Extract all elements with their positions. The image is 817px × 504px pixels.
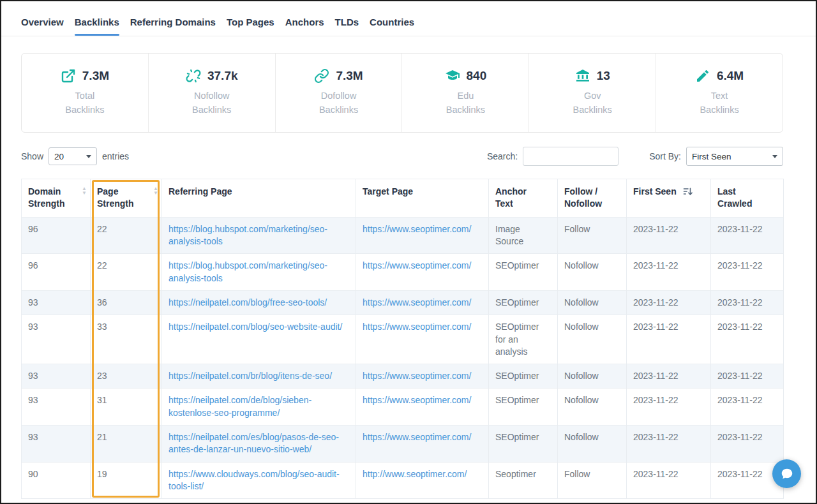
sort-desc-icon [683,187,693,199]
cell-page-strength: 22 [91,217,162,254]
cell-target-page: https://www.seoptimer.com/ [356,217,489,254]
chevron-down-icon [772,155,777,158]
column-header-target-page[interactable]: Target Page [356,179,489,218]
cell-domain-strength: 93 [22,426,91,463]
chevron-down-icon [86,155,91,158]
cell-domain-strength: 93 [22,290,91,315]
stat-value: 13 [597,69,610,83]
entries-label: entries [102,151,129,161]
cell-page-strength: 19 [91,462,162,499]
column-label: First Seen [633,186,677,196]
backlinks-table-body: 9622https://blog.hubspot.com/marketing/s… [22,217,784,499]
cell-referring-page: https://neilpatel.com/es/blog/pasos-de-s… [162,426,356,463]
stat-value: 7.3M [82,69,109,83]
referring-page-link[interactable]: https://neilpatel.com/es/blog/pasos-de-s… [169,432,339,454]
column-header-anchor-text[interactable]: Anchor Text [489,179,558,218]
target-page-link[interactable]: http://www.seoptimer.com/ [363,469,467,479]
tab-tlds[interactable]: TLDs [335,17,359,36]
cell-follow-nofollow: Nofollow [558,389,627,426]
tab-backlinks[interactable]: Backlinks [75,17,119,36]
stat-text-backlinks: 6.4M Text Backlinks [656,54,783,132]
stat-nofollow-backlinks: 37.7k Nofollow Backlinks [149,54,276,132]
referring-page-link[interactable]: https://blog.hubspot.com/marketing/seo-a… [169,260,327,283]
cell-first-seen: 2023-11-22 [627,315,711,364]
stat-label: Edu Backlinks [437,89,493,117]
tab-anchors[interactable]: Anchors [285,17,324,36]
table-row: 9331https://neilpatel.com/de/blog/sieben… [22,389,784,426]
tab-referring-domains[interactable]: Referring Domains [130,17,216,36]
target-page-link[interactable]: https://www.seoptimer.com/ [363,322,471,332]
referring-page-link[interactable]: https://www.cloudways.com/blog/seo-audit… [169,469,340,491]
cell-anchor-text: Image Source [489,217,558,254]
sort-by-select[interactable]: First Seen [686,147,783,166]
target-page-link[interactable]: https://www.seoptimer.com/ [363,224,471,234]
column-label: Page Strength [97,186,134,209]
cell-target-page: https://www.seoptimer.com/ [356,364,489,389]
table-row: 9622https://blog.hubspot.com/marketing/s… [22,217,784,254]
cell-first-seen: 2023-11-22 [627,364,711,389]
search-sort-controls: Search: Sort By: First Seen [487,147,783,166]
cell-referring-page: https://blog.hubspot.com/marketing/seo-a… [162,217,356,254]
target-page-link[interactable]: https://www.seoptimer.com/ [363,432,471,442]
stat-value: 37.7k [207,69,238,83]
cell-domain-strength: 96 [22,217,91,254]
cell-last-crawled: 2023-11-22 [711,254,784,291]
column-header-follow-nofollow[interactable]: Follow / Nofollow [558,179,627,218]
cell-first-seen: 2023-11-22 [627,426,711,463]
sort-arrows-icon: ▲▼ [153,187,158,196]
target-page-link[interactable]: https://www.seoptimer.com/ [363,297,471,308]
column-header-domain-strength[interactable]: Domain Strength ▲▼ [22,179,91,218]
cell-last-crawled: 2023-11-22 [711,389,784,426]
target-page-link[interactable]: https://www.seoptimer.com/ [363,395,471,405]
table-row: 9019https://www.cloudways.com/blog/seo-a… [22,462,784,499]
column-label: Last Crawled [717,186,756,211]
referring-page-link[interactable]: https://blog.hubspot.com/marketing/seo-a… [169,224,327,246]
tab-countries[interactable]: Countries [370,17,414,36]
cell-anchor-text: SEOptimer [489,290,558,315]
cell-first-seen: 2023-11-22 [627,290,711,315]
stat-label: Total Backlinks [57,89,113,117]
target-page-link[interactable]: https://www.seoptimer.com/ [363,371,471,381]
table-row: 9333https://neilpatel.com/blog/seo-websi… [22,315,784,364]
entries-select[interactable]: 20 [49,147,97,165]
backlink-stats-card: 7.3M Total Backlinks 37.7k Nofollow Back… [21,53,783,133]
search-input[interactable] [523,147,618,166]
cell-first-seen: 2023-11-22 [627,389,711,426]
cell-last-crawled: 2023-11-22 [711,364,784,389]
column-header-last-crawled[interactable]: Last Crawled [711,179,784,218]
target-page-link[interactable]: https://www.seoptimer.com/ [363,260,471,271]
cell-target-page: https://www.seoptimer.com/ [356,290,489,315]
link-icon [314,68,329,84]
stat-total-backlinks: 7.3M Total Backlinks [22,54,149,132]
chat-bubble-icon [780,467,794,481]
column-label: Follow / Nofollow [564,186,602,209]
cell-follow-nofollow: Nofollow [558,315,627,364]
referring-page-link[interactable]: https://neilpatel.com/de/blog/sieben-kos… [169,395,311,417]
cell-anchor-text: SEOptimer [489,389,558,426]
cell-domain-strength: 93 [22,389,91,426]
cell-domain-strength: 93 [22,315,91,364]
stat-gov-backlinks: 13 Gov Backlinks [529,54,656,132]
cell-last-crawled: 2023-11-22 [711,426,784,463]
tab-top-pages[interactable]: Top Pages [227,17,274,36]
column-header-referring-page[interactable]: Referring Page [162,179,356,218]
referring-page-link[interactable]: https://neilpatel.com/br/blog/itens-de-s… [169,371,332,381]
stat-value: 6.4M [717,69,744,83]
table-row: 9336https://neilpatel.com/blog/free-seo-… [22,290,784,315]
cell-anchor-text: SEOptimer [489,254,558,291]
graduation-cap-icon [445,68,460,84]
referring-page-link[interactable]: https://neilpatel.com/blog/free-seo-tool… [169,297,327,308]
stat-value: 7.3M [336,69,363,83]
cell-anchor-text: SEOptimer [489,426,558,463]
referring-page-link[interactable]: https://neilpatel.com/blog/seo-website-a… [169,322,342,332]
broken-link-icon [186,68,201,84]
entries-select-value: 20 [54,152,64,161]
column-label: Target Page [363,186,413,196]
table-row: 9321https://neilpatel.com/es/blog/pasos-… [22,426,784,463]
column-header-page-strength[interactable]: Page Strength ▲▼ [91,179,162,218]
chat-launcher-button[interactable] [772,459,801,488]
cell-target-page: https://www.seoptimer.com/ [356,254,489,291]
column-header-first-seen[interactable]: First Seen [627,179,711,218]
tab-overview[interactable]: Overview [21,17,64,36]
cell-last-crawled: 2023-11-22 [711,290,784,315]
